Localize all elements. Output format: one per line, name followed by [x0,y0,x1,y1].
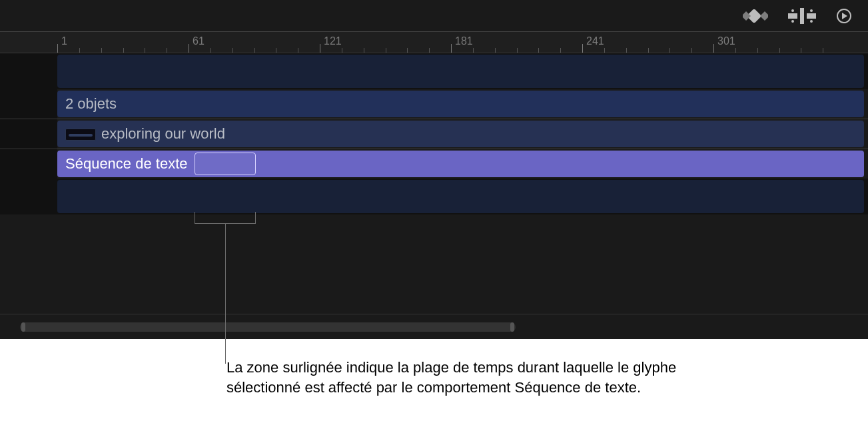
ruler-minor-tick [538,48,539,53]
ruler-minor-tick [626,48,627,53]
ruler-minor-tick [560,48,561,53]
track-gutter [0,214,57,277]
track-spacer [0,179,868,214]
keyframe-editor-icon[interactable] [743,9,768,23]
group-track-row[interactable]: 2 objets [0,89,868,119]
ruler-minor-tick [517,48,518,53]
ruler-minor-tick [429,48,430,53]
ruler-tick-label: 181 [455,35,473,47]
ruler-minor-tick [801,48,801,53]
svg-marker-11 [842,13,847,19]
track-gutter [0,53,57,89]
ruler-minor-tick [823,48,823,53]
text-clip[interactable]: exploring our world [57,121,864,147]
track-gutter [0,89,57,119]
svg-rect-2 [760,11,768,20]
svg-point-8 [791,20,794,23]
track-gutter [0,119,57,149]
ruler-minor-tick [232,48,233,53]
snap-icon[interactable] [788,8,816,24]
ruler-minor-tick [101,48,102,53]
glyph-time-range-highlight[interactable] [195,153,256,175]
callout-bracket [195,212,256,224]
svg-point-9 [810,20,813,23]
ruler-minor-tick [276,48,276,53]
svg-rect-3 [788,13,797,19]
timeline-panel: 161121181241301 2 objets [0,0,868,339]
svg-point-6 [791,9,794,12]
ruler-minor-tick [211,48,211,53]
svg-rect-4 [807,13,816,19]
ruler-minor-tick [386,48,386,53]
text-track-row[interactable]: exploring our world [0,119,868,149]
text-clip-label: exploring our world [65,125,225,143]
behavior-clip-label: Séquence de texte [65,155,187,173]
behavior-track-row[interactable]: Séquence de texte [0,149,868,179]
text-clip-thumbnail-icon [65,129,96,141]
ruler-minor-tick [123,48,124,53]
ruler-minor-tick [495,48,496,53]
ruler-minor-tick [298,48,298,53]
ruler-minor-tick [145,48,145,53]
ruler-tick-label: 301 [717,35,735,47]
svg-point-7 [810,9,813,12]
scroll-handle-right[interactable] [510,322,514,332]
empty-area [0,214,868,277]
ruler-minor-tick [779,48,780,53]
ruler-tick-label: 1 [61,35,67,47]
track-gutter [0,149,57,179]
horizontal-scroll-track[interactable] [20,322,516,332]
ruler-minor-tick [167,48,167,53]
ruler-tick-label: 241 [586,35,604,47]
timeline-tracks: 2 objets exploring our world Séquence de… [0,53,868,277]
callout-caption: La zone surlignée indique la plage de te… [226,358,693,397]
outer-group-clip[interactable] [57,55,864,88]
ruler-minor-tick [407,48,408,53]
playback-icon[interactable] [836,8,852,24]
track-spacer [0,53,868,89]
ruler-minor-tick [364,48,364,53]
group-clip[interactable]: 2 objets [57,91,864,117]
ruler-minor-tick [757,48,758,53]
ruler-tick-label: 121 [324,35,342,47]
horizontal-scroll-region [0,314,868,339]
track-gutter [0,179,57,214]
timeline-toolbar [0,0,868,32]
svg-rect-1 [743,11,751,20]
outer-group-clip-tail[interactable] [57,180,864,213]
text-clip-text: exploring our world [101,125,225,142]
callout-leader-line [225,224,226,364]
behavior-clip[interactable]: Séquence de texte [57,151,864,177]
ruler-minor-tick [473,48,474,53]
ruler-minor-tick [254,48,255,53]
svg-rect-5 [800,8,804,24]
ruler-minor-tick [604,48,605,53]
ruler-minor-tick [79,48,80,53]
ruler-minor-tick [669,48,670,53]
group-clip-label: 2 objets [65,95,117,113]
ruler-minor-tick [735,48,736,53]
ruler-tick-label: 61 [193,35,205,47]
timeline-ruler[interactable]: 161121181241301 [0,32,868,53]
ruler-minor-tick [691,48,692,53]
ruler-minor-tick [342,48,342,53]
caption-area: La zone surlignée indique la plage de te… [0,339,868,429]
scroll-handle-left[interactable] [21,322,25,332]
ruler-minor-tick [648,48,649,53]
